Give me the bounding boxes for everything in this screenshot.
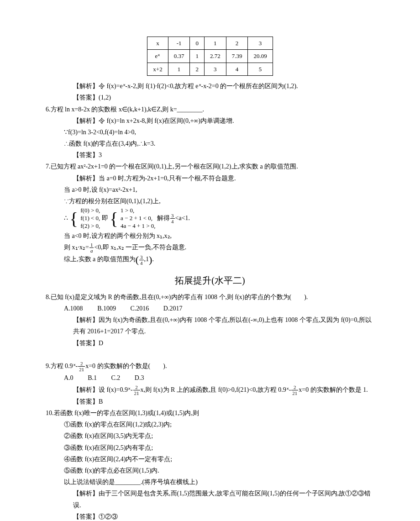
q10-analysis: 【解析】由于三个区间是包含关系,而(1,5)范围最大,故零点可能在区间(1,5)… <box>73 488 374 510</box>
cell: 20.09 <box>248 50 273 63</box>
period: . <box>152 256 154 263</box>
option-d: D.3 <box>135 374 144 381</box>
brace-r3: f(2) > 0, <box>80 222 100 230</box>
option-c: C.2 <box>111 374 120 381</box>
brace-r2b: a − 2 + 1 < 0, <box>121 215 156 222</box>
q7-analysis-5: 当 a<0 时,设方程的两个根分别为 x₁,x₂, <box>64 230 374 242</box>
q7-brace-system: ∴ { f(0) > 0, f(1) < 0, f(2) > 0, 即 { 1 … <box>64 207 374 230</box>
q6-analysis-1: 【解析】令 f(x)=ln x+2x-8,则 f(x)在区间(0,+∞)内单调递… <box>73 115 374 126</box>
q7-a6b: <0,即 x₁,x₂ 一正一负,不符合题意. <box>94 244 186 251</box>
frac-1-a: 1a <box>89 242 94 253</box>
analysis-text: 【解析】令 f(x)=eˣ-x-2,则 f(1)·f(2)<0,故方程 eˣ-x… <box>73 80 374 92</box>
q10-stmt-5: ⑤函数 f(x)的零点必在区间(1,5)内. <box>64 465 374 476</box>
section-heading: 拓展提升(水平二) <box>46 272 374 289</box>
q8-options: A.1008 B.1009 C.2016 D.2017 <box>64 303 374 314</box>
q6-analysis-3: ∴函数 f(x)的零点在(3,4)内,∴k=3. <box>64 138 374 149</box>
q9-ana-b: x,则 f(x)为 R 上的减函数,且 f(0)>0,f(21)<0,故方程 0… <box>141 386 291 393</box>
q9-answer: 【答案】B <box>73 396 374 407</box>
cell: 7.39 <box>226 50 248 63</box>
q10-stmt-2: ②函数 f(x)在区间(3,5)内无零点; <box>64 430 374 442</box>
left-brace-icon: { <box>70 210 78 227</box>
left-paren-icon: ( <box>136 254 139 265</box>
brace-r2: f(1) < 0, <box>80 215 100 222</box>
question-9: 9.方程 0.9ˣ-221x=0 的实数解的个数是( ). <box>46 360 374 372</box>
q10-stmt-1: ①函数 f(x)的零点在区间(1,2)或(2,3)内; <box>64 419 374 430</box>
q10-stmt-6: 以上说法错误的是________.(将序号填在横线上) <box>64 476 374 488</box>
q7-analysis-6: 则 x₁·x₂=1a<0,即 x₁,x₂ 一正一负,不符合题意. <box>64 242 374 253</box>
option-d: D.2017 <box>163 305 183 312</box>
q7-a7a: 综上,实数 a 的取值范围为 <box>64 256 136 263</box>
q9-text-b: x=0 的实数解的个数是( ). <box>85 363 167 369</box>
solve-text: 解得 <box>157 215 170 221</box>
q6-answer: 【答案】3 <box>73 149 374 161</box>
cell: 1 <box>204 37 226 50</box>
q10-stmt-4: ④函数 f(x)在区间(2,4)内不一定有零点; <box>64 453 374 465</box>
cell: 0 <box>190 37 205 50</box>
frac-3-4: 34 <box>170 213 175 224</box>
question-10: 10.若函数 f(x)唯一的零点在区间(1,3)或(1,4)或(1,5)内,则 <box>46 407 374 419</box>
q7-a6a: 则 x₁·x₂= <box>64 244 89 251</box>
brace-col-2: 1 > 0, a − 2 + 1 < 0, 4a − 4 + 1 > 0, <box>121 207 156 230</box>
question-6: 6.方程 ln x=8-2x 的实数根 x∈(k,k+1),k∈Z,则 k=__… <box>46 104 374 115</box>
q9-text-a: 9.方程 0.9ˣ- <box>46 363 78 369</box>
q7-analysis-1: 【解析】当 a=0 时,方程为-2x+1=0,只有一个根,不符合题意. <box>73 173 374 184</box>
q7-analysis-7: 综上,实数 a 的取值范围为(34,1). <box>64 253 374 265</box>
cell: 3 <box>248 37 273 50</box>
option-a: A.1008 <box>64 305 83 312</box>
cell: 2.72 <box>204 50 226 63</box>
frac-2-21b: 221 <box>133 384 140 396</box>
cell: 2 <box>226 37 248 50</box>
left-brace-icon: { <box>110 210 118 227</box>
option-a: A.0 <box>64 374 74 381</box>
th-ex: eˣ <box>147 50 168 63</box>
question-7: 7.已知方程 ax²-2x+1=0 的一个根在区间(0,1)上,另一个根在区间(… <box>46 161 374 172</box>
cell: 4 <box>226 63 248 75</box>
cell: 0.37 <box>168 50 190 63</box>
therefore: ∴ <box>64 215 68 221</box>
brace-mid: 即 <box>102 215 108 221</box>
cell: 1 <box>168 63 190 75</box>
cell: 3 <box>204 63 226 75</box>
option-c: C.2016 <box>130 305 149 312</box>
data-table: x -1 0 1 2 3 eˣ 0.37 1 2.72 7.39 20.09 x… <box>147 37 273 76</box>
cell: 1 <box>190 50 205 63</box>
one: 1 <box>146 256 149 263</box>
cell: 5 <box>248 63 273 75</box>
th-x2: x+2 <box>147 63 168 75</box>
question-8: 8.已知 f(x)是定义域为 R 的奇函数,且在(0,+∞)内的零点有 1008… <box>46 291 374 303</box>
brace-col-1: f(0) > 0, f(1) < 0, f(2) > 0, <box>80 207 100 230</box>
q9-ana-a: 【解析】设 f(x)=0.9ˣ- <box>73 386 133 393</box>
q9-analysis: 【解析】设 f(x)=0.9ˣ-221x,则 f(x)为 R 上的减函数,且 f… <box>73 384 374 396</box>
q7-analysis-2: 当 a>0 时,设 f(x)=ax²-2x+1, <box>64 184 374 195</box>
cell: 2 <box>190 63 205 75</box>
cell: -1 <box>168 37 190 50</box>
q10-stmt-3: ③函数 f(x)在区间(2,5)内有零点; <box>64 442 374 453</box>
th-x: x <box>147 37 168 50</box>
frac-3-4b: 34 <box>139 254 144 266</box>
option-b: B.1009 <box>97 305 116 312</box>
option-b: B.1 <box>88 374 97 381</box>
q8-analysis: 【解析】因为 f(x)为奇函数,且在(0,+∞)内有 1008 个零点,所以在(… <box>73 314 374 337</box>
brace-r3b: 4a − 4 + 1 > 0, <box>121 222 156 230</box>
q9-ana-c: x=0 的实数解的个数是 1. <box>299 386 368 393</box>
brace-r1: f(0) > 0, <box>80 207 100 215</box>
frac-2-21c: 221 <box>291 384 298 396</box>
frac-2-21: 221 <box>78 361 85 372</box>
brace-r1b: 1 > 0, <box>121 207 156 215</box>
q6-analysis-2: ∵f(3)=ln 3-2<0,f(4)=ln 4>0, <box>64 126 374 138</box>
answer-text: 【答案】(1,2) <box>73 92 374 103</box>
inequality-tail: <a<1. <box>175 215 190 221</box>
q10-answer: 【答案】①②③ <box>73 511 374 521</box>
q9-options: A.0 B.1 C.2 D.3 <box>64 372 374 384</box>
q7-analysis-3: ∵方程的根分别在区间(0,1),(1,2)上, <box>64 195 374 207</box>
q8-answer: 【答案】D <box>73 337 374 349</box>
